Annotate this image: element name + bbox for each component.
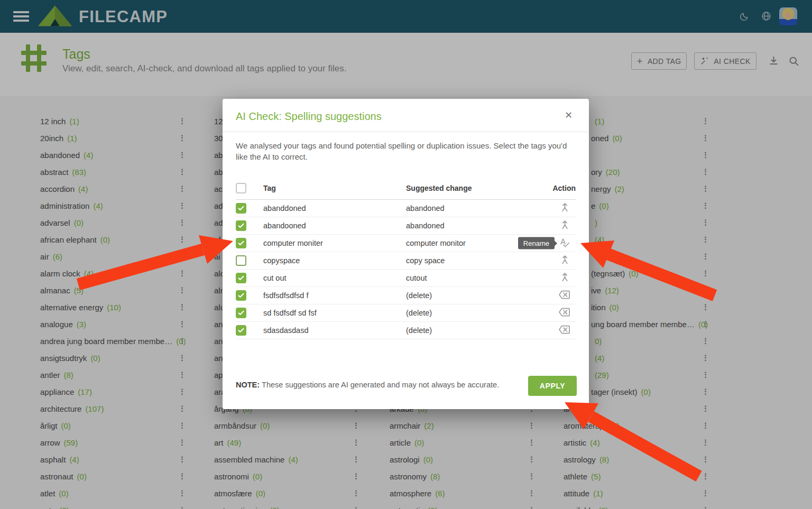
suggestion-tag: computer moniter bbox=[263, 239, 406, 247]
column-header-action: Action bbox=[539, 184, 576, 192]
suggestion-tag: sd fsdfsdf sd fsf bbox=[263, 309, 406, 317]
suggestion-row: sd fsdfsdf sd fsf(delete) bbox=[236, 304, 576, 322]
suggested-change: cutout bbox=[406, 274, 539, 282]
delete-action-icon[interactable] bbox=[559, 307, 570, 319]
rename-tooltip: Rename bbox=[518, 237, 555, 249]
row-checkbox[interactable] bbox=[236, 273, 246, 283]
suggestions-table-rows: abanddonedabandonedabandoonedabandonedRe… bbox=[236, 200, 576, 339]
delete-action-icon[interactable] bbox=[559, 289, 570, 302]
delete-action-icon[interactable] bbox=[559, 324, 570, 337]
modal-title: AI Check: Spelling suggestions bbox=[236, 110, 382, 123]
suggestion-row: Renamecomputer monitercomputer monitor bbox=[236, 235, 576, 252]
row-checkbox[interactable] bbox=[236, 255, 246, 266]
suggestion-tag: fsdfsdfsdfsd f bbox=[263, 291, 406, 300]
row-checkbox[interactable] bbox=[236, 220, 246, 231]
note-label: NOTE: bbox=[236, 381, 260, 389]
suggestion-tag: abanddoned bbox=[263, 204, 406, 212]
select-all-checkbox[interactable] bbox=[236, 183, 246, 193]
column-header-suggested-change: Suggested change bbox=[406, 184, 539, 192]
merge-action-icon[interactable] bbox=[560, 272, 570, 284]
row-checkbox[interactable] bbox=[236, 238, 246, 248]
suggested-change: abandoned bbox=[406, 204, 539, 212]
suggested-change: (delete) bbox=[406, 309, 539, 317]
suggestions-table-header: Tag Suggested change Action bbox=[236, 179, 576, 197]
suggestion-row: sdasdasdasd(delete) bbox=[236, 322, 576, 339]
row-checkbox[interactable] bbox=[236, 308, 246, 318]
row-checkbox[interactable] bbox=[236, 203, 246, 214]
suggestion-tag: copyspace bbox=[263, 256, 406, 265]
rename-action-icon[interactable] bbox=[559, 237, 570, 249]
row-checkbox[interactable] bbox=[236, 290, 246, 301]
suggested-change: copy space bbox=[406, 256, 539, 265]
merge-action-icon[interactable] bbox=[560, 220, 570, 232]
suggestion-row: copyspacecopy space bbox=[236, 252, 576, 270]
row-checkbox[interactable] bbox=[236, 325, 246, 336]
modal-divider bbox=[223, 132, 589, 132]
suggestion-row: abanddonedabandoned bbox=[236, 200, 576, 217]
suggested-change: abandoned bbox=[406, 221, 539, 230]
close-icon[interactable]: ✕ bbox=[565, 109, 573, 121]
merge-action-icon[interactable] bbox=[560, 255, 570, 266]
suggestion-row: cut outcutout bbox=[236, 270, 576, 287]
suggestion-tag: cut out bbox=[263, 274, 406, 282]
suggestion-tag: sdasdasdasd bbox=[263, 326, 406, 335]
modal-note: NOTE:These suggestions are AI generated … bbox=[236, 381, 499, 389]
note-text: These suggestions are AI generated and m… bbox=[262, 381, 499, 389]
column-header-tag: Tag bbox=[263, 184, 406, 192]
suggested-change: (delete) bbox=[406, 326, 539, 335]
suggested-change: (delete) bbox=[406, 291, 539, 300]
suggestion-row: abandoonedabandoned bbox=[236, 217, 576, 235]
suggestion-tag: abandooned bbox=[263, 221, 406, 230]
suggestion-row: fsdfsdfsdfsd f(delete) bbox=[236, 287, 576, 304]
merge-action-icon[interactable] bbox=[560, 202, 570, 214]
apply-button[interactable]: APPLY bbox=[528, 376, 577, 396]
modal-description: We analysed your tags and found potentia… bbox=[236, 140, 580, 163]
ai-check-modal: AI Check: Spelling suggestions ✕ We anal… bbox=[223, 99, 589, 409]
